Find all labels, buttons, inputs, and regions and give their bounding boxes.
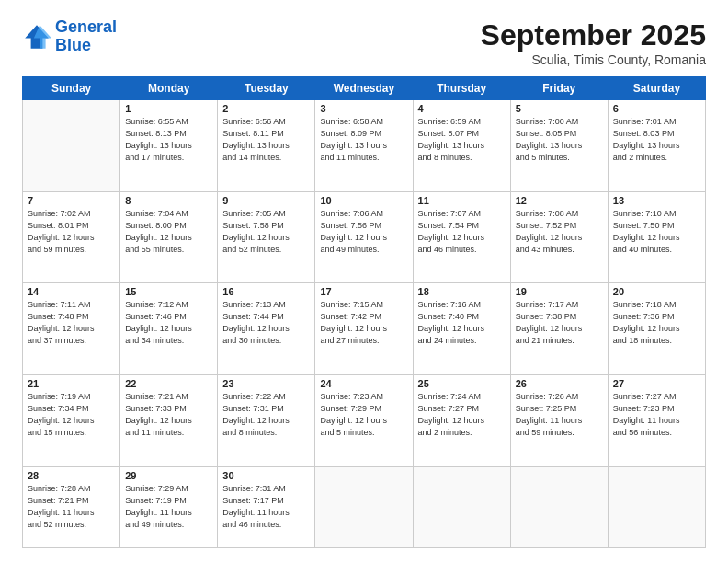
page: General Blue September 2025 Sculia, Timi… xyxy=(0,0,728,563)
day-number: 22 xyxy=(125,378,212,389)
day-number: 28 xyxy=(28,470,115,481)
table-row: 6Sunrise: 7:01 AM Sunset: 8:03 PM Daylig… xyxy=(608,100,705,192)
col-monday: Monday xyxy=(120,77,218,100)
day-info: Sunrise: 7:05 AM Sunset: 7:58 PM Dayligh… xyxy=(222,208,310,256)
day-info: Sunrise: 7:12 AM Sunset: 7:46 PM Dayligh… xyxy=(125,299,212,347)
day-info: Sunrise: 7:15 AM Sunset: 7:42 PM Dayligh… xyxy=(320,299,407,347)
day-number: 2 xyxy=(222,103,310,114)
logo-text: General Blue xyxy=(55,18,117,55)
table-row: 29Sunrise: 7:29 AM Sunset: 7:19 PM Dayli… xyxy=(120,466,218,547)
table-row: 24Sunrise: 7:23 AM Sunset: 7:29 PM Dayli… xyxy=(315,374,413,466)
month-title: September 2025 xyxy=(481,18,706,52)
table-row: 2Sunrise: 6:56 AM Sunset: 8:11 PM Daylig… xyxy=(218,100,315,192)
table-row: 11Sunrise: 7:07 AM Sunset: 7:54 PM Dayli… xyxy=(413,191,510,283)
day-number: 5 xyxy=(516,103,603,114)
table-row xyxy=(413,466,510,547)
day-number: 10 xyxy=(320,195,407,206)
table-row: 4Sunrise: 6:59 AM Sunset: 8:07 PM Daylig… xyxy=(413,100,510,192)
day-number: 3 xyxy=(320,103,407,114)
day-number: 26 xyxy=(516,378,603,389)
day-info: Sunrise: 7:28 AM Sunset: 7:21 PM Dayligh… xyxy=(28,483,115,531)
day-number: 24 xyxy=(320,378,407,389)
table-row: 1Sunrise: 6:55 AM Sunset: 8:13 PM Daylig… xyxy=(120,100,218,192)
day-number: 14 xyxy=(28,286,115,297)
day-info: Sunrise: 6:59 AM Sunset: 8:07 PM Dayligh… xyxy=(418,116,506,164)
table-row: 20Sunrise: 7:18 AM Sunset: 7:36 PM Dayli… xyxy=(608,283,705,375)
day-number: 17 xyxy=(320,286,407,297)
table-row: 28Sunrise: 7:28 AM Sunset: 7:21 PM Dayli… xyxy=(23,466,120,547)
table-row: 30Sunrise: 7:31 AM Sunset: 7:17 PM Dayli… xyxy=(218,466,315,547)
day-info: Sunrise: 7:17 AM Sunset: 7:38 PM Dayligh… xyxy=(516,299,603,347)
calendar-table: Sunday Monday Tuesday Wednesday Thursday… xyxy=(22,76,706,548)
day-info: Sunrise: 7:08 AM Sunset: 7:52 PM Dayligh… xyxy=(516,208,603,256)
table-row: 19Sunrise: 7:17 AM Sunset: 7:38 PM Dayli… xyxy=(510,283,608,375)
col-saturday: Saturday xyxy=(608,77,705,100)
table-row: 27Sunrise: 7:27 AM Sunset: 7:23 PM Dayli… xyxy=(608,374,705,466)
day-number: 4 xyxy=(418,103,506,114)
logo-line2: Blue xyxy=(55,36,91,54)
day-number: 13 xyxy=(613,195,700,206)
day-info: Sunrise: 7:00 AM Sunset: 8:05 PM Dayligh… xyxy=(516,116,603,164)
day-info: Sunrise: 7:26 AM Sunset: 7:25 PM Dayligh… xyxy=(516,391,603,439)
day-number: 8 xyxy=(125,195,212,206)
logo-icon xyxy=(22,22,51,52)
day-number: 19 xyxy=(516,286,603,297)
table-row: 26Sunrise: 7:26 AM Sunset: 7:25 PM Dayli… xyxy=(510,374,608,466)
table-row: 14Sunrise: 7:11 AM Sunset: 7:48 PM Dayli… xyxy=(23,283,120,375)
table-row: 10Sunrise: 7:06 AM Sunset: 7:56 PM Dayli… xyxy=(315,191,413,283)
day-number: 27 xyxy=(613,378,700,389)
table-row xyxy=(23,100,120,192)
day-number: 23 xyxy=(222,378,310,389)
col-wednesday: Wednesday xyxy=(315,77,413,100)
day-info: Sunrise: 7:31 AM Sunset: 7:17 PM Dayligh… xyxy=(222,483,310,531)
day-number: 15 xyxy=(125,286,212,297)
day-number: 9 xyxy=(222,195,310,206)
col-thursday: Thursday xyxy=(413,77,510,100)
calendar-header-row: Sunday Monday Tuesday Wednesday Thursday… xyxy=(23,77,706,100)
day-number: 30 xyxy=(222,470,310,481)
table-row: 16Sunrise: 7:13 AM Sunset: 7:44 PM Dayli… xyxy=(218,283,315,375)
logo-line1: General xyxy=(55,17,117,36)
day-info: Sunrise: 7:04 AM Sunset: 8:00 PM Dayligh… xyxy=(125,208,212,256)
col-tuesday: Tuesday xyxy=(218,77,315,100)
day-info: Sunrise: 7:29 AM Sunset: 7:19 PM Dayligh… xyxy=(125,483,212,531)
day-info: Sunrise: 7:27 AM Sunset: 7:23 PM Dayligh… xyxy=(613,391,700,439)
title-block: September 2025 Sculia, Timis County, Rom… xyxy=(481,18,706,67)
table-row xyxy=(510,466,608,547)
table-row: 7Sunrise: 7:02 AM Sunset: 8:01 PM Daylig… xyxy=(23,191,120,283)
day-number: 20 xyxy=(613,286,700,297)
table-row xyxy=(608,466,705,547)
table-row: 8Sunrise: 7:04 AM Sunset: 8:00 PM Daylig… xyxy=(120,191,218,283)
day-info: Sunrise: 6:58 AM Sunset: 8:09 PM Dayligh… xyxy=(320,116,407,164)
col-friday: Friday xyxy=(510,77,608,100)
logo: General Blue xyxy=(22,18,117,55)
table-row: 23Sunrise: 7:22 AM Sunset: 7:31 PM Dayli… xyxy=(218,374,315,466)
table-row: 25Sunrise: 7:24 AM Sunset: 7:27 PM Dayli… xyxy=(413,374,510,466)
table-row: 22Sunrise: 7:21 AM Sunset: 7:33 PM Dayli… xyxy=(120,374,218,466)
day-info: Sunrise: 6:56 AM Sunset: 8:11 PM Dayligh… xyxy=(222,116,310,164)
day-number: 6 xyxy=(613,103,700,114)
day-info: Sunrise: 7:13 AM Sunset: 7:44 PM Dayligh… xyxy=(222,299,310,347)
table-row: 9Sunrise: 7:05 AM Sunset: 7:58 PM Daylig… xyxy=(218,191,315,283)
day-info: Sunrise: 7:10 AM Sunset: 7:50 PM Dayligh… xyxy=(613,208,700,256)
day-info: Sunrise: 7:21 AM Sunset: 7:33 PM Dayligh… xyxy=(125,391,212,439)
day-info: Sunrise: 7:02 AM Sunset: 8:01 PM Dayligh… xyxy=(28,208,115,256)
table-row: 13Sunrise: 7:10 AM Sunset: 7:50 PM Dayli… xyxy=(608,191,705,283)
table-row: 12Sunrise: 7:08 AM Sunset: 7:52 PM Dayli… xyxy=(510,191,608,283)
day-info: Sunrise: 7:18 AM Sunset: 7:36 PM Dayligh… xyxy=(613,299,700,347)
location-subtitle: Sculia, Timis County, Romania xyxy=(481,52,706,67)
day-info: Sunrise: 7:23 AM Sunset: 7:29 PM Dayligh… xyxy=(320,391,407,439)
table-row: 3Sunrise: 6:58 AM Sunset: 8:09 PM Daylig… xyxy=(315,100,413,192)
day-info: Sunrise: 7:22 AM Sunset: 7:31 PM Dayligh… xyxy=(222,391,310,439)
day-number: 21 xyxy=(28,378,115,389)
day-number: 25 xyxy=(418,378,506,389)
day-number: 18 xyxy=(418,286,506,297)
day-number: 29 xyxy=(125,470,212,481)
day-info: Sunrise: 7:01 AM Sunset: 8:03 PM Dayligh… xyxy=(613,116,700,164)
table-row: 5Sunrise: 7:00 AM Sunset: 8:05 PM Daylig… xyxy=(510,100,608,192)
table-row: 18Sunrise: 7:16 AM Sunset: 7:40 PM Dayli… xyxy=(413,283,510,375)
day-info: Sunrise: 7:24 AM Sunset: 7:27 PM Dayligh… xyxy=(418,391,506,439)
table-row: 21Sunrise: 7:19 AM Sunset: 7:34 PM Dayli… xyxy=(23,374,120,466)
header: General Blue September 2025 Sculia, Timi… xyxy=(22,18,706,67)
day-number: 1 xyxy=(125,103,212,114)
